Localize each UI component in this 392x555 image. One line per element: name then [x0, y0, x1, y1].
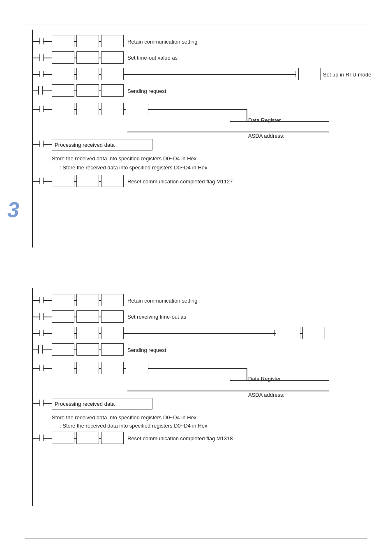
d2r5-dr-hline1 [148, 368, 247, 369]
d2r3-line5 [124, 333, 276, 334]
r7-box3 [101, 175, 124, 187]
r2-label: Set time-out value as [127, 55, 178, 61]
d2r6-store2: : Store the received data into specified… [60, 423, 208, 429]
r7-label: Reset communication completed flag M1127 [127, 178, 233, 185]
r4-line2 [43, 90, 52, 91]
d2r1-box2 [76, 294, 99, 306]
d2r5-line1 [32, 368, 40, 369]
d2r3-contact-left [39, 330, 40, 336]
r4-box3 [101, 84, 124, 97]
d2r4-line2 [43, 349, 52, 350]
d2r4-box1 [52, 343, 74, 356]
d2r5-asda-label: ASDA address: [248, 392, 284, 398]
r3-box1 [52, 68, 74, 80]
r3-line5 [124, 74, 296, 75]
r3-box2 [76, 68, 99, 80]
r6-store2: : Store the received data into specified… [60, 164, 208, 171]
r1-box2 [76, 35, 99, 47]
r2-line2 [44, 58, 52, 58]
d2r5-dr-label: Data Register [248, 376, 281, 382]
d2r3-right-box1 [278, 327, 300, 339]
page: 3 Retain communication setting Set time-… [0, 0, 392, 555]
r2-box1 [52, 51, 74, 64]
r5-line2 [44, 109, 52, 110]
d2r5-box3 [101, 362, 124, 374]
d2r4-box2 [76, 343, 99, 356]
d2r2-contact-left [39, 313, 40, 320]
d2r4-label: Sending request [127, 347, 166, 353]
r4-arrow1: ↑ [37, 85, 39, 90]
d2r2-box1 [52, 310, 74, 323]
d2r4-box3 [101, 343, 124, 356]
d2r5-asda-hline [127, 391, 329, 391]
r6-label: Processing received data [55, 142, 115, 148]
section-number: 3 [7, 197, 19, 222]
d2r5-box4 [126, 362, 148, 374]
d2r6-label: Processing received data [55, 401, 115, 407]
d2r3-box3 [101, 327, 124, 339]
d2r1-label: Retain communication setting [127, 298, 198, 304]
d2r3-line1 [32, 333, 40, 334]
d2r3-line2 [44, 333, 52, 334]
r3-contact-left [39, 71, 40, 77]
r5-asda-label: ASDA address: [248, 133, 284, 139]
r1-box3 [101, 35, 124, 47]
d2r2-label: Set reveiving time-out as [127, 314, 186, 320]
d2r7-label: Reset communication completed flag M1318 [127, 435, 233, 442]
d2r1-line2 [44, 300, 52, 301]
r5-box2 [76, 103, 99, 115]
r6-line2 [44, 144, 52, 145]
d2r5-contact-left [39, 365, 40, 371]
r3-line1 [32, 74, 40, 75]
d2r6-contact-left [39, 400, 40, 406]
r5-box4 [126, 103, 148, 115]
d2r2-line2 [44, 317, 52, 317]
r4-box2 [76, 84, 99, 97]
r2-box2 [76, 51, 99, 64]
r3-label: Set up in RTU mode [323, 72, 371, 78]
r7-box2 [76, 175, 99, 187]
r4-box1 [52, 84, 74, 97]
d2r7-box2 [76, 432, 99, 444]
d2r2-line1 [32, 317, 40, 317]
r7-contact-left [39, 178, 40, 184]
d2r1-box3 [101, 294, 124, 306]
left-rail-2 [32, 288, 33, 506]
r5-dr-vline [247, 109, 247, 121]
r4-label: Sending request [127, 88, 166, 94]
d2r7-line1 [32, 438, 40, 439]
d2r1-contact-left [39, 297, 40, 303]
r3-line2 [44, 74, 52, 75]
r7-line2 [44, 181, 52, 182]
r5-box3 [101, 103, 124, 115]
r5-dr-label: Data Register [248, 117, 281, 123]
r6-line1 [32, 144, 40, 145]
r3-right-box [298, 68, 321, 80]
d2r3-box2 [76, 327, 99, 339]
r5-contact-left [39, 106, 40, 112]
r7-box1 [52, 175, 74, 187]
d2r6-line1 [32, 403, 40, 404]
r1-label: Retain communication setting [127, 39, 198, 45]
r6-contact-left [39, 141, 40, 147]
r2-line1 [32, 58, 40, 58]
left-rail-1 [32, 30, 33, 247]
d2r7-contact-left [39, 435, 40, 441]
r6-store1: Store the received data into specified r… [52, 155, 196, 162]
d2r7-box3 [101, 432, 124, 444]
d2r6-store1: Store the received data into specified r… [52, 414, 196, 421]
d2r7-line2 [44, 438, 52, 439]
d2r5-box2 [76, 362, 99, 374]
r5-box1 [52, 103, 74, 115]
d2r5-box1 [52, 362, 74, 374]
d2r2-box3 [101, 310, 124, 323]
r5-line1 [32, 109, 40, 110]
d2r2-box2 [76, 310, 99, 323]
r6-box: Processing received data [52, 139, 152, 150]
top-divider [25, 25, 367, 25]
d2r5-dr-vline [247, 368, 247, 380]
r1-line2 [44, 41, 52, 42]
r5-dr-hline1 [148, 109, 247, 110]
r2-contact-left [39, 54, 40, 61]
d2r4-line1 [32, 349, 39, 350]
